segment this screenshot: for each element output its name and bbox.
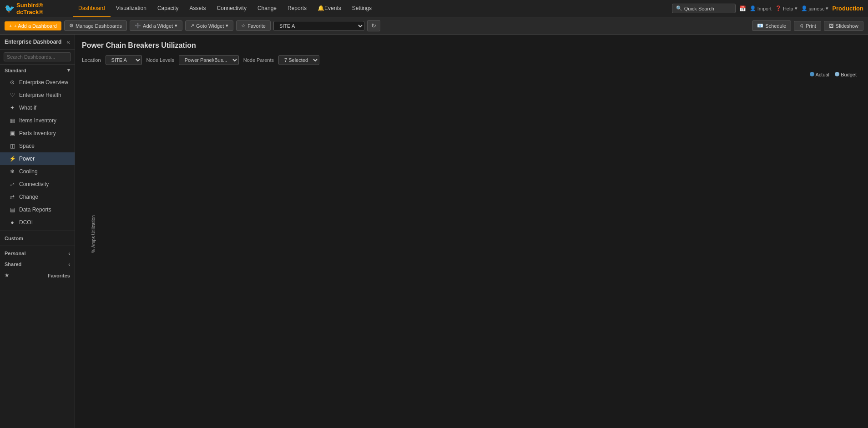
add-widget-button[interactable]: ➕ Add a Widget ▾ xyxy=(130,20,182,31)
nav-capacity[interactable]: Capacity xyxy=(152,0,184,17)
svg-text:0.4: 0.4 xyxy=(709,322,715,327)
legend-budget: Budget xyxy=(835,72,857,77)
sidebar-search-container xyxy=(0,50,75,65)
search-placeholder: Quick Search xyxy=(684,6,714,11)
sidebar-item-items-inventory[interactable]: ▦ Items Inventory xyxy=(0,114,75,127)
svg-text:PPC-Power Panel-B-3 Panel Brea: PPC-Power Panel-B-3 Panel Breaker xyxy=(826,330,857,376)
svg-text:PDU-2B/PB2 Panel Breaker: PDU-2B/PB2 Panel Breaker xyxy=(514,330,549,365)
sidebar-item-power[interactable]: ⚡ Power xyxy=(0,152,75,165)
cooling-icon: ❄ xyxy=(9,168,15,175)
nav-visualization[interactable]: Visualization xyxy=(111,0,152,17)
sidebar-item-connectivity[interactable]: ⇌ Connectivity xyxy=(0,178,75,191)
import-button[interactable]: 👤 Import xyxy=(750,5,772,11)
refresh-button[interactable]: ↻ xyxy=(367,20,380,31)
sidebar-item-whatif[interactable]: ✦ What-if xyxy=(0,101,75,114)
schedule-button[interactable]: 📧 Schedule xyxy=(752,20,791,31)
svg-text:PDU-1B/PP1 Panel Breaker: PDU-1B/PP1 Panel Breaker xyxy=(254,330,289,365)
nav-settings[interactable]: Settings xyxy=(347,0,377,17)
sidebar-search-input[interactable] xyxy=(4,52,71,61)
logo-text: Sunbird® dcTrack® xyxy=(16,2,68,15)
svg-text:30.8: 30.8 xyxy=(500,129,508,133)
svg-text:PDU-2B/PB3 Panel Breaker2: PDU-2B/PB3 Panel Breaker2 xyxy=(618,330,654,367)
svg-text:0.2: 0.2 xyxy=(678,324,684,328)
sidebar-item-label: Enterprise Overview xyxy=(19,79,68,86)
sidebar-item-space[interactable]: ◫ Space xyxy=(0,140,75,152)
chevron-down-icon: ▾ xyxy=(795,5,797,11)
filter-location-select[interactable]: SITE A xyxy=(106,55,142,65)
sidebar: Enterprise Dashboard « Standard ▾ ⊙ Ente… xyxy=(0,35,75,428)
sidebar-item-label: Cooling xyxy=(19,168,38,175)
print-icon: 🖨 xyxy=(799,23,804,29)
chevron-left-icon: ‹ xyxy=(68,251,70,256)
slideshow-button[interactable]: 🖼 Slideshow xyxy=(824,21,863,31)
env-label: Production xyxy=(832,5,863,12)
svg-text:32.9: 32.9 xyxy=(573,116,581,120)
sidebar-section-personal[interactable]: Personal ‹ xyxy=(0,248,75,259)
print-button[interactable]: 🖨 Print xyxy=(794,21,821,31)
budget-dot xyxy=(835,72,839,76)
svg-text:35.0: 35.0 xyxy=(115,105,124,110)
sidebar-section-standard[interactable]: Standard ▾ xyxy=(0,65,75,76)
svg-rect-42 xyxy=(412,129,430,330)
help-button[interactable]: ❓ Help ▾ xyxy=(775,5,797,11)
sidebar-item-enterprise-health[interactable]: ♡ Enterprise Health xyxy=(0,89,75,101)
nav-dashboard[interactable]: Dashboard xyxy=(73,0,111,17)
sidebar-item-change[interactable]: ⇄ Change xyxy=(0,191,75,203)
star-icon: ☆ xyxy=(241,23,246,29)
manage-dashboards-button[interactable]: ⚙ Manage Dashboards xyxy=(64,20,127,31)
nav-events[interactable]: 🔔 Events xyxy=(312,0,347,17)
sidebar-collapse-button[interactable]: « xyxy=(66,38,70,45)
svg-text:21.9: 21.9 xyxy=(469,186,477,190)
parts-inventory-icon: ▣ xyxy=(9,130,15,136)
nav-reports[interactable]: Reports xyxy=(282,0,312,17)
svg-text:37.3: 37.3 xyxy=(115,90,124,95)
svg-rect-23 xyxy=(183,324,202,330)
svg-text:36.3: 36.3 xyxy=(604,94,612,98)
nav-menu: Dashboard Visualization Capacity Assets … xyxy=(73,0,672,17)
sidebar-item-parts-inventory[interactable]: ▣ Parts Inventory xyxy=(0,127,75,140)
nav-connectivity[interactable]: Connectivity xyxy=(212,0,252,17)
nav-right: 🔍 Quick Search 📅 👤 Import ❓ Help ▾ 👤 jam… xyxy=(672,4,868,13)
add-dashboard-button[interactable]: + + Add a Dashboard xyxy=(5,21,61,30)
sidebar-section-shared[interactable]: Shared ‹ xyxy=(0,259,75,270)
filter-node-levels-select[interactable]: Power Panel/Bus... xyxy=(179,55,239,65)
svg-text:31.6: 31.6 xyxy=(417,124,425,128)
sidebar-item-enterprise-overview[interactable]: ⊙ Enterprise Overview xyxy=(0,76,75,89)
nav-assets[interactable]: Assets xyxy=(184,0,212,17)
goto-icon: ↗ xyxy=(190,23,194,29)
user-button[interactable]: 👤 jamesc ▾ xyxy=(801,5,829,11)
legend-actual: Actual xyxy=(810,72,829,77)
goto-widget-button[interactable]: ↗ Goto Widget ▾ xyxy=(185,20,233,31)
svg-rect-59 xyxy=(599,99,617,330)
chart-wrapper: Actual Budget % Amps Utilization 0.05.01… xyxy=(82,72,861,421)
svg-text:14.3: 14.3 xyxy=(313,234,322,238)
sidebar-item-dcoi[interactable]: ● DCOI xyxy=(0,216,75,229)
top-nav: 🐦 Sunbird® dcTrack® Dashboard Visualizat… xyxy=(0,0,868,17)
site-selector[interactable]: SITE A xyxy=(273,21,364,31)
chart-panel: Power Chain Breakers Utilization Locatio… xyxy=(75,35,868,428)
chevron-down-icon: ▾ xyxy=(826,5,828,11)
y-axis-label: % Amps Utilization xyxy=(91,215,96,253)
sidebar-section-custom[interactable]: Custom xyxy=(0,233,75,244)
filter-node-levels-label: Node Levels xyxy=(146,57,174,63)
dcoi-icon: ● xyxy=(9,219,15,226)
sidebar-item-data-reports[interactable]: ▤ Data Reports xyxy=(0,203,75,216)
chevron-down-icon: ▾ xyxy=(175,23,177,29)
manage-icon: ⚙ xyxy=(69,23,74,29)
filter-node-parents-select[interactable]: 7 Selected xyxy=(278,55,319,65)
chart-legend: Actual Budget xyxy=(810,72,857,77)
svg-text:PDU-2A/PB2 Panel Breaker: PDU-2A/PB2 Panel Breaker xyxy=(358,330,393,365)
sidebar-item-label: Parts Inventory xyxy=(19,130,56,136)
quick-search[interactable]: 🔍 Quick Search xyxy=(672,4,736,13)
sidebar-section-favorites[interactable]: ★ Favorites xyxy=(0,270,75,281)
plus-icon: + xyxy=(9,23,12,29)
svg-rect-70 xyxy=(724,330,742,330)
sidebar-item-cooling[interactable]: ❄ Cooling xyxy=(0,165,75,178)
main-layout: Enterprise Dashboard « Standard ▾ ⊙ Ente… xyxy=(0,35,868,428)
svg-rect-37 xyxy=(360,145,378,330)
favorite-button[interactable]: ☆ Favorite xyxy=(236,20,271,31)
sidebar-item-label: Change xyxy=(19,194,38,200)
calendar-icon[interactable]: 📅 xyxy=(739,5,746,12)
nav-change[interactable]: Change xyxy=(252,0,282,17)
svg-text:10.0: 10.0 xyxy=(115,264,124,269)
